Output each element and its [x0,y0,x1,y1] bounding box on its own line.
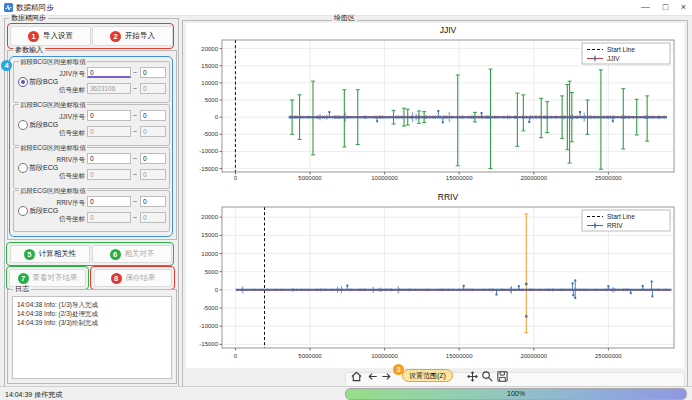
progress-value: 100% [507,390,525,397]
save-icon[interactable] [496,370,509,383]
log-group-title: 日志 [13,285,31,293]
svg-text:0: 0 [215,287,219,293]
back-icon[interactable] [366,370,379,383]
svg-text:RRIV: RRIV [438,192,459,202]
save-result-button[interactable]: 8 保存结果 [94,269,172,287]
radio-rear-bcg[interactable] [18,120,28,130]
badge-1: 1 [28,31,39,42]
log-line: 14:04:39 Info: (3/3)绘制完成 [13,318,171,327]
badge-8: 8 [111,273,122,284]
radio-front-bcg[interactable] [18,77,28,87]
correlation-align-label: 相关对齐 [125,249,155,259]
svg-text:10000: 10000 [201,80,218,86]
svg-text:0: 0 [234,353,238,359]
svg-text:JJIV: JJIV [440,25,457,35]
import-settings-label: 导入设置 [43,31,73,41]
minimize-icon[interactable]: — [638,1,653,14]
svg-text:15000: 15000 [201,232,218,238]
rriv-index-from-2[interactable] [87,153,131,164]
svg-text:10000: 10000 [201,251,218,257]
home-icon[interactable] [350,370,363,383]
badge-4: 4 [1,60,12,71]
params-group-title: 参数输入 [13,46,45,54]
svg-text:15000000: 15000000 [446,175,473,181]
section-rear-ecg: 后段ECG区间坐标取值 后段ECG RRIV序号 ~ 信号坐标 ~ [13,190,170,232]
zoom-icon[interactable] [481,370,494,383]
svg-text:-15000: -15000 [199,341,218,347]
rriv-index-to-2[interactable] [140,153,166,164]
start-import-label: 开始导入 [125,31,155,41]
jjiv-index-from-1[interactable] [87,110,131,121]
import-settings-button[interactable]: 1 导入设置 [10,26,91,46]
svg-text:0: 0 [234,175,238,181]
close-icon[interactable]: × [676,1,691,14]
signal-coord-to-1[interactable] [140,126,166,137]
badge-2: 2 [110,31,121,42]
rriv-index-from-3[interactable] [87,196,131,207]
badge-3: 3 [393,364,404,375]
left-group-title: 数据精同步 [9,14,48,22]
signal-coord-from-2[interactable] [87,169,131,180]
app-icon [4,3,13,12]
rriv-chart[interactable]: 0500000010000000150000002000000025000000… [186,190,680,368]
svg-text:25000000: 25000000 [595,175,622,181]
pan-icon[interactable] [466,370,479,383]
jjiv-index-from-0[interactable] [87,67,131,78]
log-line: 14:04:38 Info: (1/3)导入完成 [13,297,171,309]
window-title: 数据精同步 [16,3,54,13]
section-rear-bcg: 后段BCG区间坐标取值 后段BCG JJIV序号 ~ 信号坐标 ~ [13,104,170,146]
log-line: 14:04:38 Info: (2/3)处理完成 [13,309,171,318]
svg-text:Start Line: Start Line [607,46,635,53]
signal-coord-from-3[interactable] [87,212,131,223]
svg-text:15000: 15000 [201,63,218,69]
svg-text:5000: 5000 [205,269,219,275]
signal-coord-from-0[interactable] [87,83,131,94]
svg-text:0: 0 [215,114,219,120]
section-front-bcg: 前段BCG区间坐标取值 前段BCG JJIV序号 ~ 信号坐标 ~ [13,61,170,103]
badge-7: 7 [18,273,29,284]
svg-text:Start Line: Start Line [607,213,635,220]
radio-front-ecg[interactable] [18,163,28,173]
svg-text:5000000: 5000000 [298,353,322,359]
save-result-label: 保存结果 [126,273,156,283]
correlation-align-button[interactable]: 6 相关对齐 [92,245,172,263]
svg-text:15000000: 15000000 [446,353,473,359]
compute-correlation-button[interactable]: 5 计算相关性 [10,245,90,263]
jjiv-chart[interactable]: 0500000010000000150000002000000025000000… [186,20,680,188]
svg-text:-10000: -10000 [199,323,218,329]
radio-rear-ecg[interactable] [18,206,28,216]
signal-coord-to-2[interactable] [140,169,166,180]
svg-text:JJIV: JJIV [607,55,620,62]
svg-text:25000000: 25000000 [595,353,622,359]
svg-text:10000000: 10000000 [371,353,398,359]
badge-5: 5 [24,249,35,260]
svg-text:5000000: 5000000 [298,175,322,181]
jjiv-index-to-0[interactable] [140,67,166,78]
svg-text:-5000: -5000 [203,305,219,311]
svg-text:20000000: 20000000 [520,175,547,181]
signal-coord-from-1[interactable] [87,126,131,137]
start-import-button[interactable]: 2 开始导入 [92,26,173,46]
progress-bar: 100% [345,388,687,400]
svg-text:20000000: 20000000 [520,353,547,359]
maximize-icon[interactable]: □ [658,1,673,14]
svg-text:RRIV: RRIV [607,222,623,229]
signal-coord-to-0[interactable] [140,83,166,94]
svg-text:5000: 5000 [205,97,219,103]
rriv-index-to-3[interactable] [140,196,166,207]
set-range-button[interactable]: 设置范围(Z) [402,369,453,382]
svg-text:10000000: 10000000 [371,175,398,181]
svg-text:-5000: -5000 [203,131,219,137]
log-view[interactable]: 14:04:38 Info: (1/3)导入完成 14:04:38 Info: … [12,296,172,379]
compute-correlation-label: 计算相关性 [39,249,77,259]
svg-text:-15000: -15000 [199,166,218,172]
view-align-result-label: 查看对齐结果 [33,273,78,283]
status-message: 14:04:39 操作完成 [5,390,62,400]
jjiv-index-to-1[interactable] [140,110,166,121]
svg-text:20000: 20000 [201,214,218,220]
signal-coord-to-3[interactable] [140,212,166,223]
svg-text:-10000: -10000 [199,148,218,154]
section-front-ecg: 前段ECG区间坐标取值 前段ECG RRIV序号 ~ 信号坐标 ~ [13,147,170,189]
svg-text:20000: 20000 [201,46,218,52]
forward-icon[interactable] [380,370,393,383]
